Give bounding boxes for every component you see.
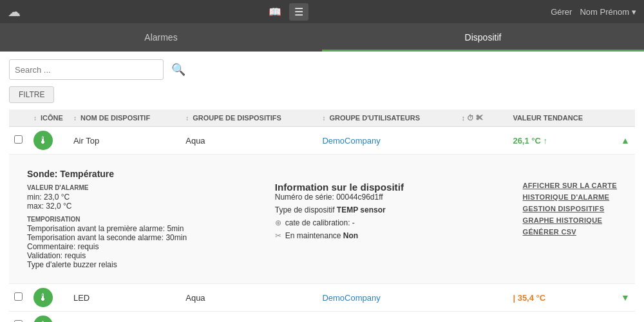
th-clock-icon: ↕ ⏱ ✂ <box>461 114 483 122</box>
expand-cell-airtop: ▲ <box>616 127 635 155</box>
sonde-title: Sonde: Température <box>27 169 249 179</box>
device-usergroup-cell-water: DemoCompany <box>317 312 456 323</box>
device-group-cell-led: Aqua <box>180 284 317 312</box>
alarm-min: min: 23,0 °C <box>27 193 249 202</box>
table-row: 🌡 Air Top Aqua DemoCompany 26,1 °C <box>9 127 635 155</box>
device-icon-cell-led: 🌡 <box>28 284 68 312</box>
link-generate-csv[interactable]: GÉNÉRER CSV <box>523 228 617 236</box>
device-icons2-cell <box>456 127 507 155</box>
device-value-cell: 26,1 °C ↑ <box>507 127 616 155</box>
search-row: 🔍 <box>9 59 635 80</box>
row-checkbox-cell <box>9 127 28 155</box>
device-icons2-cell-led <box>456 284 507 312</box>
sort-icon: ↕ <box>33 115 37 122</box>
alarm-max: max: 32,0 °C <box>27 202 249 211</box>
device-icon-cell: 🌡 <box>28 127 68 155</box>
type-label: Type de dispositif <box>275 205 335 214</box>
main-content: 🔍 FILTRE ↕ ICÔNE ↕ NOM DE DISPOSITIF <box>0 52 644 322</box>
row-checkbox-airtop[interactable] <box>14 135 23 144</box>
device-group-airtop: Aqua <box>185 136 205 146</box>
temp-line-3: Validation: requis <box>27 251 249 260</box>
device-usergroup-cell: DemoCompany <box>317 127 456 155</box>
search-button[interactable]: 🔍 <box>169 62 188 77</box>
expand-cell-led: ▼ <box>616 284 635 312</box>
calibration-row: ⊕ cate de calibration: - <box>275 218 497 227</box>
maint-value: Non <box>343 231 358 240</box>
type-value: TEMP sensor <box>337 205 386 214</box>
search-input[interactable] <box>9 59 164 80</box>
device-icon-led: 🌡 <box>33 288 53 307</box>
collapse-arrow-airtop[interactable]: ▲ <box>621 135 630 146</box>
device-value-cell-led: | 35,4 °C <box>507 284 616 312</box>
list-icon-btn[interactable]: ☰ <box>289 3 308 21</box>
tab-bar: Alarmes Dispositif <box>0 23 644 52</box>
manage-button[interactable]: Gérer <box>551 7 572 17</box>
link-manage-devices[interactable]: GESTION DISPOSITIFS <box>523 205 617 213</box>
temp-line-4: Type d'alerte buzzer relais <box>27 260 249 269</box>
user-menu-button[interactable]: Nom Prénom ▾ <box>580 7 636 17</box>
user-name: Nom Prénom <box>580 7 629 17</box>
filter-button[interactable]: FILTRE <box>9 86 54 103</box>
row-checkbox-cell-led <box>9 284 28 312</box>
temp-line-0: Temporisation avant la première alarme: … <box>27 224 249 233</box>
serial-number: Numéro de série: 00044c96d1ff <box>275 193 497 202</box>
expanded-content: Sonde: Température VALEUR D'ALARME min: … <box>14 158 630 279</box>
chevron-down-icon: ▾ <box>632 7 636 17</box>
device-icon-cell-water: 🌡 <box>28 312 68 323</box>
tab-dispositif[interactable]: Dispositif <box>322 23 644 52</box>
device-name-cell-led: LED <box>68 284 180 312</box>
device-name-airtop: Air Top <box>73 136 99 146</box>
device-value-led: | 35,4 °C <box>513 293 545 303</box>
device-group-led: Aqua <box>185 293 205 303</box>
sort-icon-name: ↕ <box>73 115 77 122</box>
expanded-content-cell: Sonde: Température VALEUR D'ALARME min: … <box>9 155 635 284</box>
alarm-value-label: VALEUR D'ALARME <box>27 184 249 191</box>
device-name-cell-water: Water <box>68 312 180 323</box>
th-icon-label: ICÔNE <box>41 114 63 122</box>
th-name-label: NOM DE DISPOSITIF <box>80 114 150 122</box>
device-usergroup-cell-led: DemoCompany <box>317 284 456 312</box>
device-value-airtop: 26,1 °C ↑ <box>513 136 547 146</box>
target-icon: ⊕ <box>275 218 281 227</box>
nav-left: ☁ <box>8 4 21 19</box>
th-expand <box>616 109 635 127</box>
device-icon-airtop: 🌡 <box>33 131 53 150</box>
th-value: VALEUR TENDANCE <box>507 109 616 127</box>
device-name-cell: Air Top <box>68 127 180 155</box>
th-icons2: ↕ ⏱ ✂ <box>456 109 507 127</box>
table-row: 🌡 Water Aqua DemoCompany | 24,5 °C <box>9 312 635 323</box>
info-column: Information sur le dispositif Numéro de … <box>275 169 497 269</box>
sort-icon-usergroup: ↕ <box>322 115 325 122</box>
table-header-row: ↕ ICÔNE ↕ NOM DE DISPOSITIF ↕ GROUPE DE … <box>9 109 635 127</box>
tab-dispositif-label: Dispositif <box>465 32 502 43</box>
device-value-cell-water: | 24,5 °C <box>507 312 616 323</box>
sonde-column: Sonde: Température VALEUR D'ALARME min: … <box>27 169 249 269</box>
nav-right: Gérer Nom Prénom ▾ <box>551 7 636 17</box>
tab-alarmes[interactable]: Alarmes <box>0 23 322 52</box>
links-column: AFFICHER SUR LA CARTE HISTORIQUE D'ALARM… <box>523 169 617 269</box>
table-container: ↕ ICÔNE ↕ NOM DE DISPOSITIF ↕ GROUPE DE … <box>9 109 635 322</box>
device-icons2-cell-water <box>456 312 507 323</box>
th-group-label: GROUPE DE DISPOSITIFS <box>193 114 281 122</box>
book-icon-btn[interactable]: 📖 <box>263 3 287 21</box>
row-checkbox-led[interactable] <box>14 292 23 301</box>
device-usergroup-link-airtop[interactable]: DemoCompany <box>322 136 380 146</box>
device-group-cell-water: Aqua <box>180 312 317 323</box>
expand-cell-water: ▼ <box>616 312 635 323</box>
link-map[interactable]: AFFICHER SUR LA CARTE <box>523 182 617 189</box>
th-usergroup-label: GROUPE D'UTILISATEURS <box>329 114 420 122</box>
device-name-led: LED <box>73 293 90 303</box>
expand-arrow-led[interactable]: ▼ <box>621 292 630 303</box>
wrench-icon: ✂ <box>275 231 281 240</box>
link-alarm-history[interactable]: HISTORIQUE D'ALARME <box>523 193 617 201</box>
th-icon: ↕ ICÔNE <box>28 109 68 127</box>
link-graph-history[interactable]: GRAPHE HISTORIQUE <box>523 216 617 224</box>
temp-label: TEMPORISATION <box>27 216 249 223</box>
calib-text: cate de calibration: - <box>285 218 355 227</box>
expanded-row-airtop: Sonde: Température VALEUR D'ALARME min: … <box>9 155 635 284</box>
temp-line-2: Commentaire: requis <box>27 242 249 251</box>
th-usergroup: ↕ GROUPE D'UTILISATEURS <box>317 109 456 127</box>
tab-alarmes-label: Alarmes <box>144 32 177 43</box>
th-name: ↕ NOM DE DISPOSITIF <box>68 109 180 127</box>
device-usergroup-link-led[interactable]: DemoCompany <box>322 293 380 303</box>
